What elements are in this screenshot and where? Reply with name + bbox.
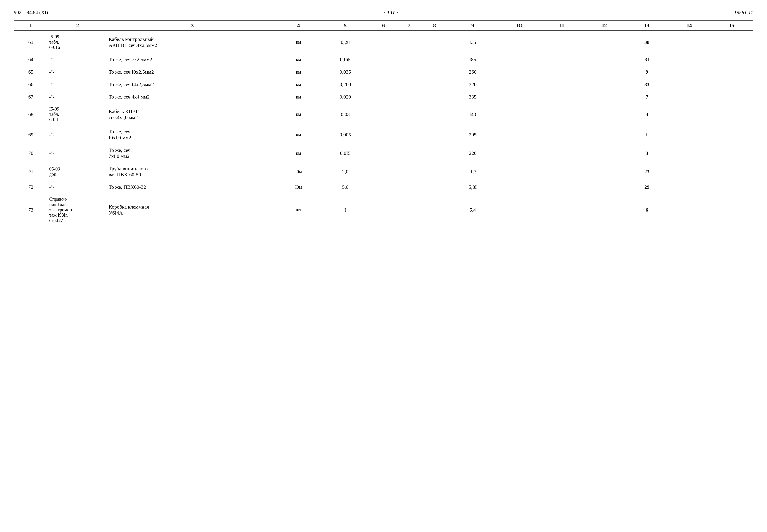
row-8-col2: -"- xyxy=(48,144,107,162)
col-header-14: I4 xyxy=(668,20,711,31)
row-6-col13: 4 xyxy=(626,103,668,126)
row-5-col13: 7 xyxy=(626,91,668,103)
row-11-col12 xyxy=(583,193,626,226)
row-3-col7 xyxy=(396,66,422,78)
row-7-col12 xyxy=(583,126,626,144)
row-10-col9: 5,8I xyxy=(447,181,498,193)
row-10-col5: 5,0 xyxy=(320,181,371,193)
row-7-col4: км xyxy=(277,126,320,144)
row-2-col6 xyxy=(371,53,396,66)
row-6-col14 xyxy=(668,103,711,126)
table-row: 68I5-09табл.6-0IIКабель КПВГсеч.4хI,0 мм… xyxy=(14,103,753,126)
row-8-col14 xyxy=(668,144,711,162)
row-8-col5: 0,0I5 xyxy=(320,144,371,162)
row-8-col11 xyxy=(541,144,583,162)
row-11-col2: Справоч-ник Глав-электромон-таж I98Iг.ст… xyxy=(48,193,107,226)
row-7-col6 xyxy=(371,126,396,144)
row-6-col9: I40 xyxy=(447,103,498,126)
row-9-col3: Труба винипласто-вая ПВХ-60-50 xyxy=(107,162,277,181)
row-10-col6 xyxy=(371,181,396,193)
row-4-col9: 320 xyxy=(447,78,498,91)
row-5-col15 xyxy=(711,91,753,103)
row-3-col11 xyxy=(541,66,583,78)
row-9-col14 xyxy=(668,162,711,181)
row-2-col11 xyxy=(541,53,583,66)
col-header-7: 7 xyxy=(396,20,422,31)
row-9-col12 xyxy=(583,162,626,181)
row-6-col1: 68 xyxy=(14,103,48,126)
row-4-col1: 66 xyxy=(14,78,48,91)
row-4-col14 xyxy=(668,78,711,91)
table-row: 63I5-09табл.6-016Кабель контрольныйАКШВГ… xyxy=(14,31,753,53)
row-7-col15 xyxy=(711,126,753,144)
row-4-col13: 83 xyxy=(626,78,668,91)
row-6-col4: км xyxy=(277,103,320,126)
row-5-col7 xyxy=(396,91,422,103)
row-6-col12 xyxy=(583,103,626,126)
row-7-col8 xyxy=(422,126,447,144)
row-2-col15 xyxy=(711,53,753,66)
row-2-col7 xyxy=(396,53,422,66)
row-8-col10 xyxy=(498,144,541,162)
row-3-col1: 65 xyxy=(14,66,48,78)
row-5-col12 xyxy=(583,91,626,103)
row-5-col6 xyxy=(371,91,396,103)
header-left: 902-I-84.84 (XI) xyxy=(14,9,48,15)
row-9-col1: 7I xyxy=(14,162,48,181)
row-1-col14 xyxy=(668,31,711,53)
table-row: 72-"-То же, ПВХ60-32I0м5,05,8I29 xyxy=(14,181,753,193)
row-3-col5: 0,035 xyxy=(320,66,371,78)
row-10-col2: -"- xyxy=(48,181,107,193)
row-1-col10 xyxy=(498,31,541,53)
row-4-col6 xyxy=(371,78,396,91)
row-4-col2: -"- xyxy=(48,78,107,91)
row-1-col11 xyxy=(541,31,583,53)
row-7-col14 xyxy=(668,126,711,144)
col-header-4: 4 xyxy=(277,20,320,31)
table-row: 65-"-То же, сеч.I0х2,5мм2км0,0352609 xyxy=(14,66,753,78)
table-row: 73Справоч-ник Глав-электромон-таж I98Iг.… xyxy=(14,193,753,226)
header-right: 19581-11 xyxy=(734,9,753,15)
row-1-col13: 38 xyxy=(626,31,668,53)
row-1-col9: I35 xyxy=(447,31,498,53)
row-9-col15 xyxy=(711,162,753,181)
row-4-col5: 0,260 xyxy=(320,78,371,91)
row-9-col10 xyxy=(498,162,541,181)
header-center: - 131 - xyxy=(384,9,398,15)
row-5-col11 xyxy=(541,91,583,103)
row-5-col9: 335 xyxy=(447,91,498,103)
row-3-col8 xyxy=(422,66,447,78)
row-7-col10 xyxy=(498,126,541,144)
col-header-10: IO xyxy=(498,20,541,31)
row-9-col7 xyxy=(396,162,422,181)
row-5-col1: 67 xyxy=(14,91,48,103)
row-9-col4: I0м xyxy=(277,162,320,181)
row-11-col9: 5,4 xyxy=(447,193,498,226)
row-10-col4: I0м xyxy=(277,181,320,193)
row-9-col6 xyxy=(371,162,396,181)
row-7-col11 xyxy=(541,126,583,144)
row-1-col5: 0,28 xyxy=(320,31,371,53)
row-4-col11 xyxy=(541,78,583,91)
table-row: 69-"-То же, сеч.I0хI,0 мм2км0,005295I xyxy=(14,126,753,144)
row-6-col3: Кабель КПВГсеч.4хI,0 мм2 xyxy=(107,103,277,126)
row-3-col13: 9 xyxy=(626,66,668,78)
row-3-col3: То же, сеч.I0х2,5мм2 xyxy=(107,66,277,78)
row-8-col8 xyxy=(422,144,447,162)
row-8-col12 xyxy=(583,144,626,162)
row-11-col1: 73 xyxy=(14,193,48,226)
row-7-col9: 295 xyxy=(447,126,498,144)
row-10-col11 xyxy=(541,181,583,193)
row-1-col15 xyxy=(711,31,753,53)
row-1-col7 xyxy=(396,31,422,53)
row-2-col8 xyxy=(422,53,447,66)
row-2-col12 xyxy=(583,53,626,66)
row-1-col12 xyxy=(583,31,626,53)
table-row: 67-"-То же, сеч.4х4 мм2км0,0203357 xyxy=(14,91,753,103)
col-header-5: 5 xyxy=(320,20,371,31)
row-4-col3: То же, сеч.I4х2,5мм2 xyxy=(107,78,277,91)
header: 902-I-84.84 (XI) - 131 - 19581-11 xyxy=(14,9,753,15)
row-5-col3: То же, сеч.4х4 мм2 xyxy=(107,91,277,103)
row-11-col8 xyxy=(422,193,447,226)
col-header-8: 8 xyxy=(422,20,447,31)
